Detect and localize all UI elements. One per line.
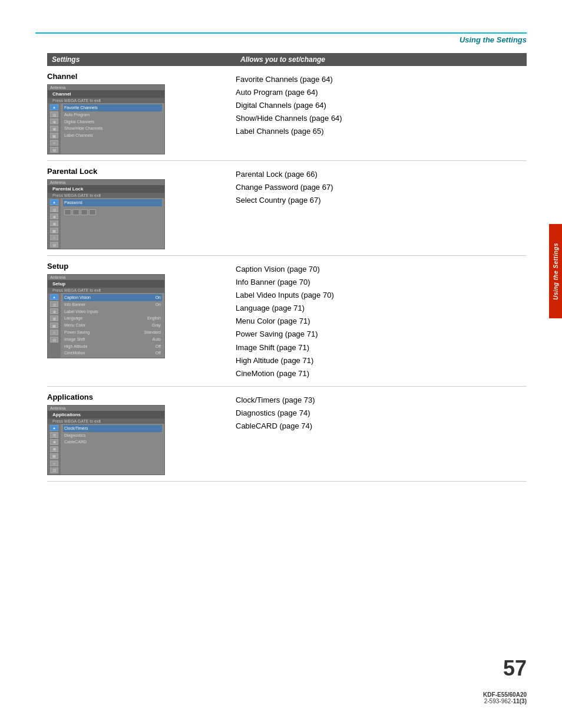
setup-item-cinemotion: CineMotionOff: [63, 350, 162, 357]
parental-icon-2: ◎: [50, 206, 58, 212]
col-allows-header: Allows you to set/change: [240, 55, 522, 64]
channel-allows-5: Label Channels (page 65): [236, 125, 527, 138]
setup-icon-1: ▲: [50, 294, 58, 300]
channel-icon-1: ▲: [50, 104, 58, 110]
password-box-4: [89, 209, 96, 215]
setup-title: Setup: [47, 262, 227, 271]
channel-icon-7: ⊟: [50, 147, 58, 153]
col-settings-header: Settings: [52, 55, 240, 64]
parental-lock-section: Parental Lock Antenna Parental Lock Pres…: [47, 161, 527, 256]
apps-allows-2: Diagnostics (page 74): [236, 407, 527, 420]
setup-menu-icons: ▲ ◎ ⊕ ⊞ ▤ ⌂ ⊟: [48, 293, 61, 358]
setup-icon-3: ⊕: [50, 308, 58, 314]
apps-icon-5: ▤: [50, 453, 58, 459]
parental-antenna: Antenna: [48, 180, 164, 185]
setup-allows-5: Menu Color (page 71): [236, 315, 527, 328]
channel-antenna: Antenna: [48, 85, 164, 90]
setup-section-left: Setup Antenna Setup Press WEGA GATE to e…: [47, 262, 236, 358]
setup-allows-2: Info Banner (page 70): [236, 276, 527, 289]
apps-icon-4: ⊞: [50, 446, 58, 452]
parental-icon-1: ▲: [50, 199, 58, 205]
apps-allows-1: Clock/Timers (page 73): [236, 394, 527, 407]
applications-menu-subheader: Press WEGA GATE to exit: [48, 419, 164, 424]
parental-allows-3: Select Country (page 67): [236, 194, 527, 207]
setup-antenna: Antenna: [48, 275, 164, 280]
channel-section-left: Channel Antenna Channel Press WEGA GATE …: [47, 72, 236, 154]
setup-section-right: Caption Vision (page 70) Info Banner (pa…: [236, 262, 527, 380]
channel-allows-1: Favorite Channels (page 64): [236, 73, 527, 86]
channel-title: Channel: [47, 72, 227, 81]
apps-item-clock: Clock/Timers: [63, 425, 162, 432]
parental-allows-2: Change Password (page 67): [236, 181, 527, 194]
setup-item-power: Power SavingStandard: [63, 329, 162, 336]
setup-menu-items: Caption VisionOn Info BannerOn Label Vid…: [61, 293, 164, 358]
setup-item-caption: Caption VisionOn: [63, 294, 162, 301]
table-header: Settings Allows you to set/change: [47, 53, 527, 66]
apps-item-diagnostics: Diagnostics: [63, 432, 162, 439]
parental-password-boxes: [64, 209, 161, 215]
setup-allows-6: Power Saving (page 71): [236, 328, 527, 341]
setup-allows-1: Caption Vision (page 70): [236, 263, 527, 276]
parental-menu-icons: ▲ ◎ ⊕ ⊞ ▤ ⌂ ⊟: [48, 198, 61, 249]
page-header: Using the Settings: [47, 35, 527, 44]
setup-item-altitude: High AltitudeOff: [63, 343, 162, 350]
password-box-1: [64, 209, 71, 215]
setup-tv-menu: Antenna Setup Press WEGA GATE to exit ▲ …: [47, 274, 165, 358]
setup-allows-9: CineMotion (page 71): [236, 367, 527, 380]
parental-lock-title: Parental Lock: [47, 167, 227, 176]
side-tab-text: Using the Settings: [553, 243, 559, 300]
apps-allows-3: CableCARD (page 74): [236, 420, 527, 433]
setup-item-language: LanguageEnglish: [63, 315, 162, 322]
setup-menu-body: ▲ ◎ ⊕ ⊞ ▤ ⌂ ⊟ Caption VisionOn Info Bann…: [48, 293, 164, 358]
setup-icon-6: ⌂: [50, 330, 58, 335]
setup-menu-subheader: Press WEGA GATE to exit: [48, 288, 164, 293]
parental-menu-subheader: Press WEGA GATE to exit: [48, 193, 164, 198]
setup-icon-2: ◎: [50, 301, 58, 307]
model-info: KDF-E55/60A20 2-593-962-11(3): [483, 691, 527, 704]
setup-item-menu-color: Menu ColorGray: [63, 322, 162, 329]
channel-tv-menu: Antenna Channel Press WEGA GATE to exit …: [47, 84, 165, 154]
parental-icon-5: ▤: [50, 228, 58, 233]
model-number: KDF-E55/60A20: [483, 691, 527, 698]
page-title: Using the Settings: [459, 35, 527, 44]
channel-icon-4: ⊞: [50, 126, 58, 131]
apps-item-cablecard: CableCARD: [63, 439, 162, 446]
parental-item-password: Password: [63, 199, 162, 206]
setup-item-info: Info BannerOn: [63, 301, 162, 308]
setup-allows-3: Label Video Inputs (page 70): [236, 289, 527, 302]
applications-tv-menu: Antenna Applications Press WEGA GATE to …: [47, 405, 165, 475]
top-decorative-line: [35, 32, 527, 34]
channel-menu-icons: ▲ ◎ ⊕ ⊞ ▤ ⌂ ⊟: [48, 103, 61, 154]
parental-icon-6: ⌂: [50, 235, 58, 241]
channel-item-showhide: Show/Hide Channels: [63, 125, 162, 132]
parental-lock-section-right: Parental Lock (page 66) Change Password …: [236, 167, 527, 207]
channel-icon-5: ▤: [50, 133, 58, 139]
applications-section-left: Applications Antenna Applications Press …: [47, 393, 236, 475]
channel-section: Channel Antenna Channel Press WEGA GATE …: [47, 66, 527, 161]
channel-item-auto: Auto Program: [63, 111, 162, 118]
channel-menu-subheader: Press WEGA GATE to exit: [48, 98, 164, 103]
setup-icon-4: ⊞: [50, 315, 58, 321]
channel-allows-3: Digital Channels (page 64): [236, 99, 527, 112]
setup-allows-4: Language (page 71): [236, 302, 527, 315]
apps-icon-6: ⌂: [50, 460, 58, 466]
parental-menu-header: Parental Lock: [48, 185, 164, 193]
parental-password-boxes-container: [63, 206, 162, 217]
parental-icon-7: ⊟: [50, 242, 58, 248]
parental-menu-items: Password: [61, 198, 164, 249]
side-tab: Using the Settings: [549, 224, 562, 318]
applications-menu-body: ▲ ◎ ⊕ ⊞ ▤ ⌂ ⊡ Clock/Timers Diagnostics C…: [48, 424, 164, 475]
password-box-3: [81, 209, 88, 215]
applications-antenna: Antenna: [48, 406, 164, 411]
setup-icon-7: ⊟: [50, 337, 58, 342]
applications-menu-icons: ▲ ◎ ⊕ ⊞ ▤ ⌂ ⊡: [48, 424, 61, 475]
channel-item-digital: Digital Channels: [63, 118, 162, 126]
channel-allows-2: Auto Program (page 64): [236, 86, 527, 99]
part-number: 2-593-962-11(3): [483, 698, 527, 704]
channel-item-label: Label Channels: [63, 132, 162, 139]
channel-menu-header: Channel: [48, 90, 164, 98]
setup-allows-7: Image Shift (page 71): [236, 341, 527, 354]
apps-icon-1: ▲: [50, 425, 58, 431]
applications-title: Applications: [47, 393, 227, 401]
channel-menu-items: Favorite Channels Auto Program Digital C…: [61, 103, 164, 154]
